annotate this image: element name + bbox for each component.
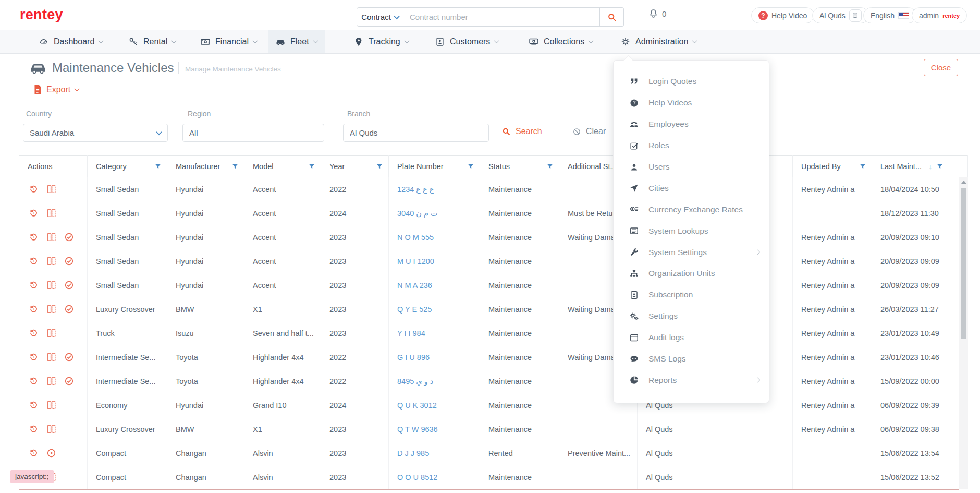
filter-funnel-icon[interactable] — [546, 163, 554, 170]
menu-item-audit-logs[interactable]: Audit logs — [614, 327, 769, 348]
history-icon[interactable] — [29, 184, 39, 194]
plate-number-link[interactable]: N O M 555 — [397, 233, 434, 242]
menu-item-help-videos[interactable]: Help Videos — [614, 92, 769, 114]
scroll-up-arrow-icon[interactable] — [961, 181, 966, 184]
scrollbar-thumb[interactable] — [961, 188, 966, 339]
filter-funnel-icon[interactable] — [231, 163, 239, 170]
plate-number-link[interactable]: 8495 د و ي — [397, 377, 433, 386]
menu-item-settings[interactable]: Settings — [614, 306, 769, 327]
plate-number-link[interactable]: O O U 8512 — [397, 473, 437, 482]
menu-item-organization-units[interactable]: Organization Units — [614, 263, 769, 284]
column-header-category[interactable]: Category — [88, 156, 167, 177]
column-header-plate-number[interactable]: Plate Number — [389, 156, 480, 177]
nav-item-tracking[interactable]: Tracking — [346, 30, 416, 53]
branch-input[interactable] — [343, 124, 489, 142]
open-door-icon[interactable] — [46, 424, 56, 434]
history-icon[interactable] — [29, 424, 39, 434]
column-header-model[interactable]: Model — [244, 156, 321, 177]
open-door-icon[interactable] — [46, 256, 56, 266]
notifications-button[interactable]: 0 — [648, 8, 666, 19]
country-select[interactable]: Saudi Arabia — [23, 124, 168, 142]
plate-number-link[interactable]: 3040 ت م ن — [397, 209, 438, 218]
history-icon[interactable] — [29, 232, 39, 242]
language-pill[interactable]: English — [863, 7, 916, 23]
menu-item-reports[interactable]: Reports — [614, 369, 769, 391]
filter-clear-button[interactable]: Clear — [572, 127, 606, 136]
menu-item-roles[interactable]: Roles — [614, 135, 769, 157]
menu-item-cities[interactable]: Cities — [614, 177, 769, 199]
menu-item-subscription[interactable]: Subscription — [614, 284, 769, 306]
plate-number-link[interactable]: G I U 896 — [397, 353, 430, 362]
nav-item-dashboard[interactable]: Dashboard — [31, 30, 110, 53]
plate-number-link[interactable]: M U I 1200 — [397, 257, 434, 266]
search-submit-button[interactable] — [599, 8, 623, 26]
history-icon[interactable] — [29, 304, 39, 314]
vertical-scrollbar[interactable] — [959, 177, 968, 489]
filter-funnel-icon[interactable] — [467, 163, 474, 170]
plate-number-link[interactable]: Q T W 9636 — [397, 425, 438, 434]
nav-item-customers[interactable]: Customers — [427, 30, 506, 53]
history-icon[interactable] — [29, 208, 39, 218]
open-door-icon[interactable] — [46, 328, 56, 338]
help-video-button[interactable]: ? Help Video — [751, 7, 814, 23]
filter-funnel-icon[interactable] — [376, 163, 383, 170]
user-menu-pill[interactable]: admin rentey — [912, 7, 967, 23]
menu-item-employees[interactable]: Employees — [614, 114, 769, 135]
open-door-icon[interactable] — [46, 184, 56, 194]
plate-number-link[interactable]: N M A 236 — [397, 281, 432, 290]
close-button[interactable]: Close — [924, 59, 958, 76]
plate-number-link[interactable]: Q Y E 525 — [397, 305, 432, 314]
search-type-select[interactable]: Contract — [357, 7, 403, 27]
check-circle-icon[interactable] — [64, 376, 74, 386]
open-door-icon[interactable] — [46, 304, 56, 314]
menu-item-sms-logs[interactable]: SMS Logs — [614, 348, 769, 370]
filter-search-button[interactable]: Search — [501, 127, 542, 136]
plate-number-link[interactable]: 1234 ع ع ع — [397, 185, 434, 194]
export-button[interactable]: Export — [33, 85, 79, 94]
menu-item-users[interactable]: Users — [614, 157, 769, 178]
open-door-icon[interactable] — [46, 352, 56, 362]
plate-number-link[interactable]: Y I I 984 — [397, 329, 425, 338]
play-circle-icon[interactable] — [46, 448, 56, 458]
filter-funnel-icon[interactable] — [936, 163, 944, 170]
filter-funnel-icon[interactable] — [308, 163, 315, 170]
nav-item-collections[interactable]: Collections — [521, 30, 600, 53]
branch-pill[interactable]: Al Quds — [812, 7, 869, 23]
open-door-icon[interactable] — [46, 232, 56, 242]
nav-item-administration[interactable]: Administration — [613, 30, 704, 53]
check-circle-icon[interactable] — [64, 352, 74, 362]
column-header-status[interactable]: Status — [480, 156, 559, 177]
history-icon[interactable] — [29, 400, 39, 410]
nav-item-financial[interactable]: Financial — [193, 30, 264, 53]
menu-item-system-settings[interactable]: System Settings — [614, 242, 769, 263]
column-header-year[interactable]: Year — [321, 156, 389, 177]
menu-item-login-quotes[interactable]: Login Quotes — [614, 71, 769, 92]
region-input[interactable] — [182, 124, 324, 142]
nav-item-rental[interactable]: Rental — [121, 30, 183, 53]
open-door-icon[interactable] — [46, 280, 56, 290]
plate-number-link[interactable]: Q U K 3012 — [397, 401, 437, 410]
sort-desc-icon[interactable]: ↓ — [929, 163, 933, 171]
history-icon[interactable] — [29, 328, 39, 338]
history-icon[interactable] — [29, 448, 39, 458]
check-circle-icon[interactable] — [64, 304, 74, 314]
rentey-logo[interactable]: rentey — [20, 7, 63, 23]
check-circle-icon[interactable] — [64, 280, 74, 290]
filter-funnel-icon[interactable] — [154, 163, 162, 170]
column-header-manufacturer[interactable]: Manufacturer — [167, 156, 244, 177]
nav-item-fleet[interactable]: Fleet — [268, 30, 325, 53]
menu-item-currency-exchange-rates[interactable]: Currency Exchange Rates — [614, 199, 769, 220]
filter-funnel-icon[interactable] — [859, 163, 866, 170]
menu-item-system-lookups[interactable]: System Lookups — [614, 220, 769, 242]
check-circle-icon[interactable] — [64, 232, 74, 242]
history-icon[interactable] — [29, 352, 39, 362]
open-door-icon[interactable] — [46, 400, 56, 410]
contract-search-input[interactable] — [403, 8, 599, 26]
open-door-icon[interactable] — [46, 376, 56, 386]
check-circle-icon[interactable] — [64, 256, 74, 266]
history-icon[interactable] — [29, 280, 39, 290]
column-header-last-maint[interactable]: Last Maint...↓ — [872, 156, 949, 177]
history-icon[interactable] — [29, 256, 39, 266]
history-icon[interactable] — [29, 376, 39, 386]
column-header-updated-by[interactable]: Updated By — [793, 156, 872, 177]
